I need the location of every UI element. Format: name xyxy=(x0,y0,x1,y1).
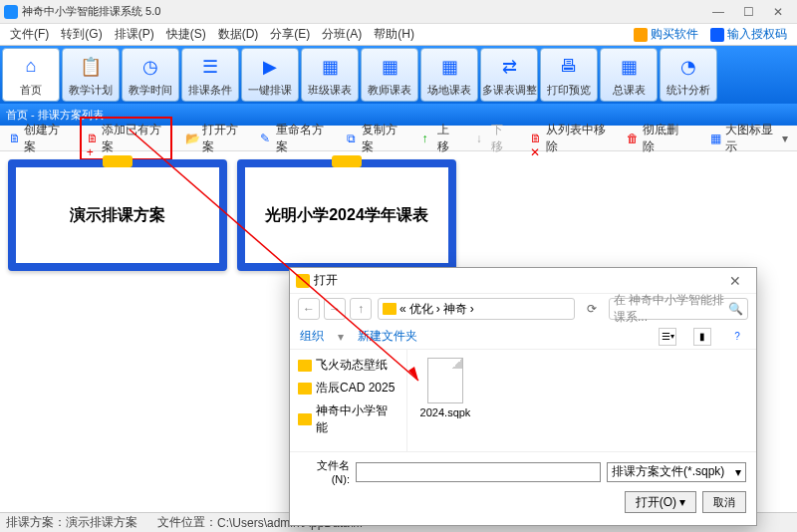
menu-data[interactable]: 数据(D) xyxy=(212,24,265,45)
buy-software[interactable]: 购买软件 xyxy=(628,26,704,43)
ribbon-plan[interactable]: 📋教学计划 xyxy=(62,48,120,102)
ribbon-venue[interactable]: ▦场地课表 xyxy=(420,48,478,102)
window-titlebar: 神奇中小学智能排课系统 5.0 — ☐ ✕ xyxy=(0,0,797,24)
menu-split[interactable]: 分班(A) xyxy=(316,24,368,45)
status-plan-label: 排课方案： xyxy=(6,514,66,531)
sidebar-folder-b[interactable]: 浩辰CAD 2025 xyxy=(294,377,402,399)
help-button[interactable]: ? xyxy=(728,328,746,346)
close-button[interactable]: ✕ xyxy=(763,1,793,23)
nav-forward-button[interactable]: → xyxy=(324,298,346,320)
sidebar-folder-c[interactable]: 神奇中小学智能 xyxy=(294,399,402,439)
ribbon-preview[interactable]: 🖶打印预览 xyxy=(540,48,598,102)
clip-icon xyxy=(332,155,362,167)
copy-icon: ⧉ xyxy=(347,132,359,145)
add-icon: 🗎+ xyxy=(87,132,99,145)
settings-icon: ☰ xyxy=(196,53,224,81)
open-file-dialog: 打开 ✕ ← → ↑ « 优化› 神奇› ⟳ 在 神奇中小学智能排课系...🔍 … xyxy=(289,267,757,526)
address-bar: ← → ↑ « 优化› 神奇› ⟳ 在 神奇中小学智能排课系...🔍 xyxy=(290,294,756,324)
path-breadcrumb[interactable]: « 优化› 神奇› xyxy=(378,298,575,320)
nav-back-button[interactable]: ← xyxy=(298,298,320,320)
minimize-button[interactable]: — xyxy=(703,1,733,23)
cancel-button[interactable]: 取消 xyxy=(702,491,746,513)
menu-quick[interactable]: 快捷(S) xyxy=(160,24,212,45)
menu-help[interactable]: 帮助(H) xyxy=(368,24,420,45)
arrow-down-icon: ↓ xyxy=(476,132,488,145)
menubar: 文件(F) 转到(G) 排课(P) 快捷(S) 数据(D) 分享(E) 分班(A… xyxy=(0,24,797,46)
user-icon xyxy=(710,28,724,42)
dialog-sidebar: 飞火动态壁纸 浩辰CAD 2025 神奇中小学智能 xyxy=(290,350,407,451)
menu-goto[interactable]: 转到(G) xyxy=(55,24,108,45)
move-down-button[interactable]: ↓下移 xyxy=(471,119,517,158)
copy-plan-button[interactable]: ⧉复制方案 xyxy=(342,119,409,158)
toolbar: 🗎创建方案 🗎+添加已有方案 📂打开方案 ✎重命名方案 ⧉复制方案 ↑上移 ↓下… xyxy=(0,126,797,151)
create-plan-button[interactable]: 🗎创建方案 xyxy=(4,119,72,158)
filename-input[interactable] xyxy=(356,462,601,482)
class-icon: ▦ xyxy=(316,53,344,81)
ribbon-teacher[interactable]: ▦教师课表 xyxy=(361,48,418,102)
chart-icon: ◔ xyxy=(674,53,702,81)
folder-icon xyxy=(383,303,397,315)
ribbon-overview[interactable]: ▦总课表 xyxy=(600,48,658,102)
overview-icon: ▦ xyxy=(615,53,643,81)
plan-card-demo[interactable]: 演示排课方案 xyxy=(8,159,227,271)
view-details-button[interactable]: ▮ xyxy=(693,328,711,346)
enter-auth[interactable]: 输入授权码 xyxy=(704,26,793,43)
nav-up-button[interactable]: ↑ xyxy=(350,298,372,320)
plan-icon: 📋 xyxy=(77,53,105,81)
filter-select[interactable]: 排课方案文件(*.sqpk)▾ xyxy=(607,462,746,482)
open-plan-button[interactable]: 📂打开方案 xyxy=(180,119,248,158)
folder-icon xyxy=(298,413,312,425)
teacher-icon: ▦ xyxy=(376,53,403,81)
maximize-button[interactable]: ☐ xyxy=(733,1,763,23)
organize-bar: 组织▾ 新建文件夹 ☰▾ ▮ ? xyxy=(290,324,756,350)
plan-list: 演示排课方案 光明小学2024学年课表 xyxy=(0,151,797,279)
file-name: 2024.sqpk xyxy=(420,406,471,418)
ribbon-adjust[interactable]: ⇄多课表调整 xyxy=(480,48,538,102)
cart-icon xyxy=(634,28,648,42)
dialog-titlebar: 打开 ✕ xyxy=(290,268,756,294)
organize-button[interactable]: 组织 xyxy=(300,328,324,345)
new-icon: 🗎 xyxy=(9,132,21,145)
venue-icon: ▦ xyxy=(435,53,463,81)
remove-button[interactable]: 🗎✕从列表中移除 xyxy=(525,119,614,158)
home-icon: ⌂ xyxy=(17,53,45,81)
dialog-close-button[interactable]: ✕ xyxy=(720,273,750,289)
ribbon-time[interactable]: ◷教学时间 xyxy=(122,48,179,102)
menu-share[interactable]: 分享(E) xyxy=(264,24,316,45)
remove-icon: 🗎✕ xyxy=(530,132,542,145)
dialog-footer: 文件名(N): 排课方案文件(*.sqpk)▾ 打开(O)▾ 取消 xyxy=(290,451,756,525)
ribbon-home[interactable]: ⌂首页 xyxy=(2,48,60,102)
auto-icon: ▶ xyxy=(256,53,284,81)
delete-button[interactable]: 🗑彻底删除 xyxy=(622,119,689,158)
dialog-search-input[interactable]: 在 神奇中小学智能排课系...🔍 xyxy=(609,298,748,320)
ribbon-auto[interactable]: ▶一键排课 xyxy=(241,48,299,102)
clock-icon: ◷ xyxy=(136,53,164,81)
view-list-button[interactable]: ☰▾ xyxy=(659,328,676,346)
add-existing-plan-button[interactable]: 🗎+添加已有方案 xyxy=(80,117,172,160)
ribbon-class[interactable]: ▦班级课表 xyxy=(301,48,359,102)
refresh-button[interactable]: ⟳ xyxy=(581,298,603,320)
menu-course[interactable]: 排课(P) xyxy=(109,24,160,45)
folder-icon xyxy=(298,360,312,372)
move-up-button[interactable]: ↑上移 xyxy=(416,119,462,158)
dialog-title: 打开 xyxy=(314,272,720,289)
file-item[interactable]: 2024.sqpk xyxy=(415,358,475,418)
trash-icon: 🗑 xyxy=(627,132,639,145)
rename-plan-button[interactable]: ✎重命名方案 xyxy=(255,119,333,158)
open-button[interactable]: 打开(O)▾ xyxy=(625,491,696,513)
file-icon xyxy=(427,358,463,403)
view-big-icon[interactable]: ▦大图标显示▾ xyxy=(705,119,793,158)
window-title: 神奇中小学智能排课系统 5.0 xyxy=(22,4,703,19)
plan-card-guangming[interactable]: 光明小学2024学年课表 xyxy=(237,159,456,271)
ribbon-stat[interactable]: ◔统计分析 xyxy=(660,48,717,102)
folder-icon xyxy=(298,383,312,395)
arrow-up-icon: ↑ xyxy=(421,132,433,145)
ribbon: ⌂首页 📋教学计划 ◷教学时间 ☰排课条件 ▶一键排课 ▦班级课表 ▦教师课表 … xyxy=(0,46,797,104)
clip-icon xyxy=(103,155,133,167)
new-folder-button[interactable]: 新建文件夹 xyxy=(358,328,417,345)
rename-icon: ✎ xyxy=(260,132,272,145)
ribbon-cond[interactable]: ☰排课条件 xyxy=(181,48,239,102)
file-list[interactable]: 2024.sqpk xyxy=(407,350,756,451)
menu-file[interactable]: 文件(F) xyxy=(4,24,55,45)
sidebar-folder-a[interactable]: 飞火动态壁纸 xyxy=(294,354,402,377)
